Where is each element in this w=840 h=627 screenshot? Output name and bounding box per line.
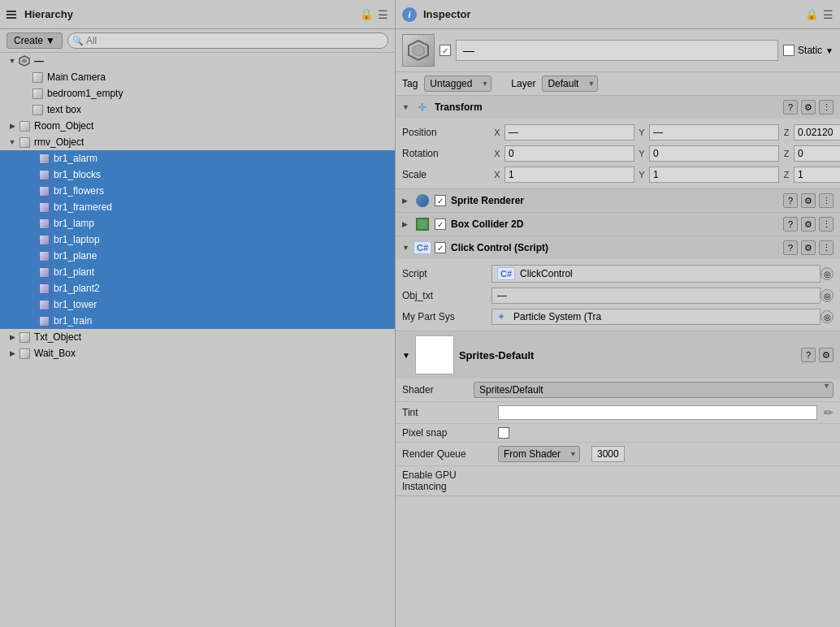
- pos-x-input[interactable]: [504, 124, 634, 141]
- shader-select[interactable]: Sprites/Default: [474, 382, 834, 398]
- br1-laptop-icon: [37, 233, 50, 246]
- transform-section: ▼ ✛ Transform ? ⚙ ⋮ Position X Y: [396, 96, 840, 189]
- create-arrow-icon: ▼: [45, 35, 55, 46]
- enablegpu-row: Enable GPU Instancing: [396, 465, 840, 495]
- br1-blocks-icon: [37, 168, 50, 181]
- inspector-title: Inspector: [423, 8, 471, 20]
- hierarchy-toolbar: Create ▼ 🔍: [0, 29, 395, 53]
- tree-item-br1-lamp[interactable]: ▶ br1_lamp: [0, 215, 395, 231]
- transform-collapse-icon: ▼: [402, 103, 410, 111]
- tree-item-room-object[interactable]: ▶ Room_Object: [0, 118, 395, 134]
- tree-item-br1-plane[interactable]: ▶ br1_plane: [0, 248, 395, 264]
- rot-y-input[interactable]: [649, 145, 779, 162]
- script-circle-btn[interactable]: ◎: [821, 267, 834, 280]
- hierarchy-menu-icon[interactable]: ☰: [378, 8, 388, 21]
- tree-item-root[interactable]: ▼ —: [0, 53, 395, 69]
- click-control-more-btn[interactable]: ⋮: [819, 240, 834, 255]
- tree-item-text-box[interactable]: ▶ text box: [0, 102, 395, 118]
- tree-item-br1-tower[interactable]: ▶ br1_tower: [0, 296, 395, 313]
- tint-edit-icon[interactable]: ✏: [824, 406, 834, 419]
- sprite-renderer-enabled-checkbox[interactable]: [435, 195, 446, 206]
- scale-z-input[interactable]: [794, 166, 840, 183]
- mypartsys-circle-btn[interactable]: ◎: [821, 310, 834, 323]
- click-control-settings-btn[interactable]: ⚙: [801, 240, 816, 255]
- scale-x-input[interactable]: [504, 166, 634, 183]
- txt-object-arrow: ▶: [6, 333, 18, 341]
- tree-item-txt-object[interactable]: ▶ Txt_Object: [0, 329, 395, 345]
- tree-item-wait-box[interactable]: ▶ Wait_Box: [0, 345, 395, 361]
- tree-item-bedroom1-empty[interactable]: ▶ bedroom1_empty: [0, 85, 395, 102]
- hierarchy-lock-icon[interactable]: 🔒: [360, 8, 373, 20]
- tree-item-br1-plant[interactable]: ▶ br1_plant: [0, 264, 395, 280]
- click-control-help-btn[interactable]: ?: [783, 240, 798, 255]
- sprite-renderer-header[interactable]: ▶ Sprite Renderer ? ⚙ ⋮: [396, 189, 840, 212]
- click-control-icon: C#: [415, 240, 430, 255]
- object-large-icon: [402, 34, 435, 67]
- renderqueue-select[interactable]: From Shader: [498, 446, 580, 462]
- inspector-menu-icon[interactable]: ☰: [823, 8, 834, 21]
- root-unity-icon: [18, 54, 31, 67]
- shader-select-wrapper: Sprites/Default ▼: [474, 382, 834, 398]
- hierarchy-panel: Hierarchy 🔒 ☰ Create ▼ 🔍 ▼ — ▶: [0, 0, 396, 627]
- sprite-renderer-actions: ? ⚙ ⋮: [783, 193, 834, 208]
- hierarchy-title-bar: Hierarchy: [6, 8, 73, 20]
- pos-y-input[interactable]: [649, 124, 779, 141]
- position-row: Position X Y Z: [396, 122, 840, 143]
- static-dropdown-icon[interactable]: ▼: [825, 46, 834, 55]
- pos-z-input[interactable]: [794, 124, 840, 141]
- tree-item-br1-blocks[interactable]: ▶ br1_blocks: [0, 166, 395, 183]
- transform-header[interactable]: ▼ ✛ Transform ? ⚙ ⋮: [396, 96, 840, 119]
- box-collider-settings-btn[interactable]: ⚙: [801, 217, 816, 231]
- rot-x-input[interactable]: [504, 145, 634, 162]
- sprite-renderer-settings-btn[interactable]: ⚙: [801, 193, 816, 208]
- box-collider-more-btn[interactable]: ⋮: [819, 217, 834, 231]
- sprite-renderer-help-btn[interactable]: ?: [783, 193, 798, 208]
- main-camera-label: Main Camera: [47, 71, 106, 83]
- object-active-checkbox[interactable]: [439, 45, 451, 56]
- inspector-lock-icon[interactable]: 🔒: [805, 8, 818, 20]
- create-button[interactable]: Create ▼: [6, 32, 63, 49]
- scale-x-label: X: [491, 170, 503, 179]
- tree-item-br1-framered[interactable]: ▶ br1_framered: [0, 199, 395, 215]
- box-collider-enabled-checkbox[interactable]: [435, 218, 446, 230]
- tree-item-br1-flowers[interactable]: ▶ br1_flowers: [0, 183, 395, 199]
- tree-item-main-camera[interactable]: ▶ Main Camera: [0, 69, 395, 85]
- scale-y-input[interactable]: [649, 166, 779, 183]
- layer-select[interactable]: Default: [542, 76, 598, 92]
- layer-select-wrapper: Default ▼: [542, 76, 598, 92]
- material-preview-swatch[interactable]: [415, 335, 454, 374]
- hamburger-icon: [6, 11, 16, 19]
- transform-help-btn[interactable]: ?: [783, 100, 798, 115]
- shader-row: Shader Sprites/Default ▼: [396, 378, 840, 401]
- pixelsnap-checkbox[interactable]: [498, 427, 509, 439]
- object-name-input[interactable]: [456, 40, 778, 61]
- click-control-header[interactable]: ▼ C# Click Control (Script) ? ⚙ ⋮: [396, 236, 840, 259]
- static-checkbox[interactable]: [783, 45, 795, 56]
- material-settings-btn[interactable]: ⚙: [819, 348, 834, 362]
- box-collider-help-btn[interactable]: ?: [783, 217, 798, 231]
- hierarchy-search-input[interactable]: [67, 32, 388, 49]
- tree-item-br1-train[interactable]: ▶ br1_train: [0, 313, 395, 329]
- br1-plane-icon: [37, 249, 50, 262]
- search-wrapper: 🔍: [67, 32, 388, 49]
- scale-z-label: Z: [781, 170, 792, 179]
- rot-z-input[interactable]: [794, 145, 840, 162]
- tree-item-rmv-object[interactable]: ▼ rmv_Object: [0, 134, 395, 150]
- mypartsys-value: Particle System (Tra: [513, 311, 601, 322]
- transform-more-btn[interactable]: ⋮: [819, 100, 834, 115]
- room-object-icon: [18, 119, 31, 132]
- rotation-label: Rotation: [402, 148, 491, 159]
- box-collider-header[interactable]: ▶ Box Collider 2D ? ⚙ ⋮: [396, 213, 840, 236]
- tree-item-br1-plant2[interactable]: ▶ br1_plant2: [0, 280, 395, 296]
- tree-item-br1-alarm[interactable]: ▶ br1_alarm: [0, 150, 395, 166]
- click-control-enabled-checkbox[interactable]: [435, 242, 446, 253]
- material-help-btn[interactable]: ?: [801, 348, 816, 362]
- tag-select[interactable]: Untagged: [424, 76, 491, 92]
- tint-color-swatch[interactable]: [498, 405, 817, 420]
- transform-settings-btn[interactable]: ⚙: [801, 100, 816, 115]
- position-label: Position: [402, 127, 491, 138]
- material-collapse-icon[interactable]: ▼: [402, 351, 410, 360]
- objtxt-circle-btn[interactable]: ◎: [821, 289, 834, 302]
- sprite-renderer-more-btn[interactable]: ⋮: [819, 193, 834, 208]
- tree-item-br1-laptop[interactable]: ▶ br1_laptop: [0, 231, 395, 248]
